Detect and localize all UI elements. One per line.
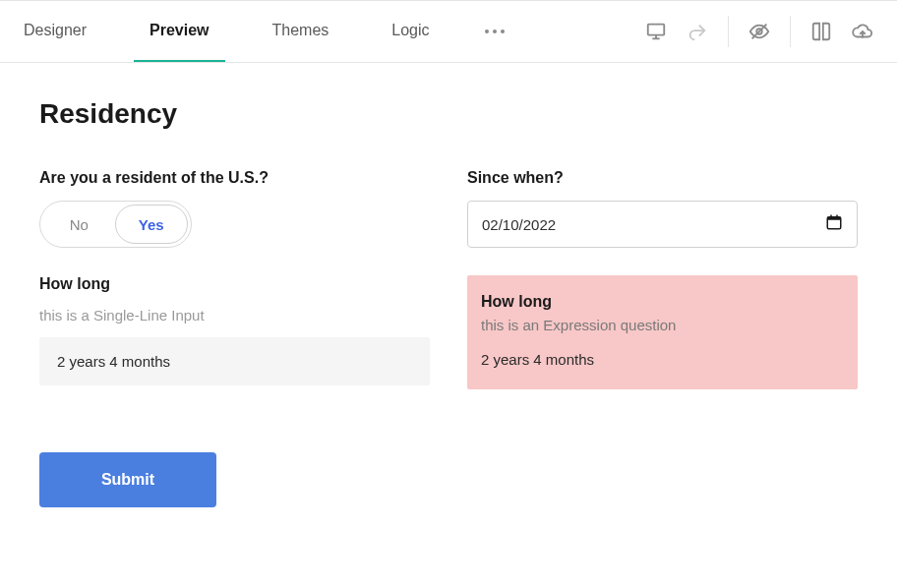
svg-rect-0 (648, 25, 665, 35)
question-resident: Are you a resident of the U.S.? No Yes (39, 169, 430, 248)
submit-button[interactable]: Submit (39, 452, 216, 507)
top-tabbar: Designer Preview Themes Logic (0, 0, 897, 63)
cloud-upload-icon[interactable] (852, 21, 873, 42)
tab-logic[interactable]: Logic (376, 1, 445, 62)
question-row-2: How long this is a Single-Line Input 2 y… (39, 275, 858, 389)
toolbar-separator (728, 16, 729, 47)
visibility-off-icon[interactable] (748, 21, 770, 42)
toggle-no[interactable]: No (43, 205, 115, 244)
question-title: How long (481, 293, 844, 311)
question-description: this is an Expression question (481, 317, 844, 333)
text-input-readonly[interactable]: 2 years 4 months (39, 337, 430, 385)
question-title: Are you a resident of the U.S.? (39, 169, 430, 187)
book-icon[interactable] (810, 21, 832, 42)
calendar-icon[interactable] (825, 213, 843, 235)
toggle-label: No (70, 216, 89, 233)
redo-icon[interactable] (687, 21, 708, 42)
tab-label: Themes (272, 22, 329, 39)
question-title: Since when? (467, 169, 858, 187)
more-tabs-icon[interactable] (477, 1, 512, 62)
expression-block: How long this is an Expression question … (467, 275, 858, 389)
question-since-when: Since when? 02/10/2022 (467, 169, 858, 248)
question-howlong-expression: How long this is an Expression question … (467, 275, 858, 389)
survey-content: Residency Are you a resident of the U.S.… (0, 63, 897, 543)
tab-label: Preview (150, 22, 209, 39)
question-title: How long (39, 275, 430, 293)
toggle-yes[interactable]: Yes (115, 205, 189, 244)
question-row-1: Are you a resident of the U.S.? No Yes S… (39, 169, 858, 248)
toolbar-separator (790, 16, 791, 47)
svg-rect-6 (827, 217, 841, 220)
device-preview-icon[interactable] (645, 21, 667, 42)
question-description: this is a Single-Line Input (39, 307, 430, 323)
question-howlong-input: How long this is a Single-Line Input 2 y… (39, 275, 430, 389)
tab-designer[interactable]: Designer (8, 1, 102, 62)
toggle-label: Yes (139, 216, 164, 233)
date-value: 02/10/2022 (482, 216, 556, 233)
tab-label: Designer (24, 22, 87, 39)
expression-value: 2 years 4 months (481, 351, 844, 368)
input-value: 2 years 4 months (57, 353, 170, 370)
date-input[interactable]: 02/10/2022 (467, 201, 858, 248)
tab-label: Logic (391, 22, 429, 39)
tabs: Designer Preview Themes Logic (8, 1, 512, 62)
tab-preview[interactable]: Preview (134, 1, 224, 62)
boolean-toggle[interactable]: No Yes (39, 201, 192, 248)
page-title: Residency (39, 98, 858, 130)
toolbar (645, 16, 873, 47)
tab-themes[interactable]: Themes (257, 1, 345, 62)
submit-label: Submit (101, 471, 154, 488)
